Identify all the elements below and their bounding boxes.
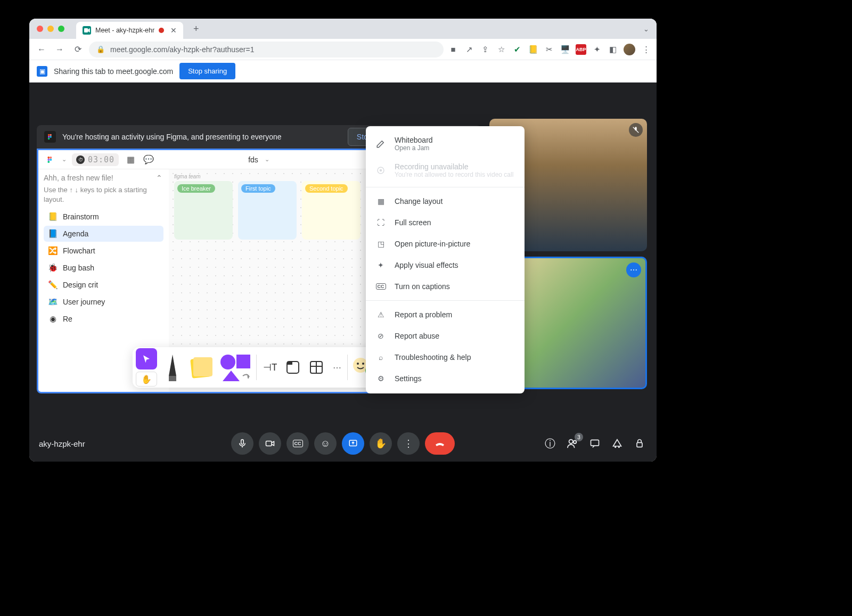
camera-icon[interactable]: ■ bbox=[448, 44, 458, 55]
extensions-row: ■ ↗ ⇪ ☆ ✔ 📒 ✂︎ 🖥️ ABP ✦ ◧ ⋮ bbox=[448, 44, 651, 55]
timer-value: 03:00 bbox=[88, 155, 114, 165]
menu-pip[interactable]: ◳Open picture-in-picture bbox=[366, 233, 525, 254]
menu-visual-effects[interactable]: ✦Apply visual effects bbox=[366, 254, 525, 276]
url-text: meet.google.com/aky-hzpk-ehr?authuser=1 bbox=[110, 45, 254, 54]
menu-report-problem[interactable]: ⚠Report a problem bbox=[366, 304, 525, 325]
template-brainstorm[interactable]: 📒Brainstorm bbox=[44, 209, 163, 225]
timer-icon: ⏱ bbox=[76, 155, 85, 164]
present-button[interactable] bbox=[342, 432, 364, 455]
open-external-icon[interactable]: ↗ bbox=[464, 44, 474, 55]
tabs-dropdown-icon[interactable]: ⌄ bbox=[643, 25, 649, 33]
shapes-tool[interactable] bbox=[217, 350, 254, 384]
bookmark-star-icon[interactable]: ☆ bbox=[496, 44, 506, 55]
extensions-puzzle-icon[interactable]: ✦ bbox=[592, 44, 602, 55]
lock-icon: 🔒 bbox=[96, 45, 105, 53]
hand-tool[interactable]: ✋ bbox=[136, 372, 157, 387]
captions-button[interactable]: CC bbox=[286, 432, 309, 455]
menu-settings[interactable]: ⚙Settings bbox=[366, 368, 525, 389]
maximize-window-icon[interactable] bbox=[58, 26, 64, 32]
activities-button[interactable] bbox=[610, 436, 625, 451]
pencil-icon: ✏️ bbox=[48, 280, 58, 290]
collapse-panel-icon[interactable]: ⌃ bbox=[156, 174, 162, 182]
new-tab-button[interactable]: + bbox=[189, 23, 203, 35]
sidepanel-icon[interactable]: ◧ bbox=[608, 44, 618, 55]
call-controls: CC ☺ ✋ ⋮ bbox=[231, 432, 455, 455]
camera-button[interactable] bbox=[259, 432, 281, 455]
meet-content: You're hosting an activity using Figma, … bbox=[29, 83, 657, 462]
meet-bottom-bar: aky-hzpk-ehr CC ☺ ✋ ⋮ ⓘ 3 bbox=[29, 425, 657, 462]
template-more[interactable]: ◉Re bbox=[44, 311, 163, 327]
browser-tab[interactable]: Meet - aky-hzpk-ehr ✕ bbox=[76, 22, 183, 39]
extension-folder-icon[interactable]: 📒 bbox=[528, 44, 538, 55]
more-options-button[interactable]: ⋮ bbox=[397, 432, 420, 455]
more-tools[interactable]: ⋯ bbox=[329, 350, 345, 384]
menu-change-layout[interactable]: ▦Change layout bbox=[366, 191, 525, 212]
svg-rect-16 bbox=[236, 355, 250, 368]
stop-sharing-button[interactable]: Stop sharing bbox=[179, 63, 235, 79]
reload-button[interactable]: ⟳ bbox=[71, 43, 85, 56]
marker-tool[interactable] bbox=[159, 350, 186, 384]
agenda-card-2[interactable]: First topic bbox=[238, 181, 297, 240]
mic-button[interactable] bbox=[231, 432, 253, 455]
fullscreen-icon: ⛶ bbox=[375, 217, 386, 228]
minimize-window-icon[interactable] bbox=[47, 26, 54, 32]
forward-button[interactable]: → bbox=[53, 43, 67, 56]
figma-menu-icon[interactable] bbox=[44, 153, 56, 166]
menu-whiteboard[interactable]: WhiteboardOpen a Jam bbox=[366, 130, 525, 157]
host-controls-button[interactable] bbox=[632, 436, 647, 451]
menu-captions[interactable]: CCTurn on captions bbox=[366, 276, 525, 297]
url-input[interactable]: 🔒 meet.google.com/aky-hzpk-ehr?authuser=… bbox=[89, 42, 444, 58]
panel-hint-title: Ahh, a fresh new file! bbox=[44, 174, 163, 182]
layout-icon[interactable]: ▦ bbox=[124, 153, 137, 166]
text-tool[interactable]: ⊣T bbox=[259, 350, 280, 384]
figma-timer[interactable]: ⏱ 03:00 bbox=[72, 153, 119, 166]
comment-icon[interactable]: 💬 bbox=[142, 153, 155, 166]
section-tool[interactable] bbox=[282, 350, 304, 384]
menu-report-abuse[interactable]: ⊘Report abuse bbox=[366, 325, 525, 347]
svg-text:⊣T: ⊣T bbox=[263, 362, 277, 373]
share-icon[interactable]: ⇪ bbox=[480, 44, 490, 55]
hangup-button[interactable] bbox=[425, 432, 455, 455]
template-agenda[interactable]: 📘Agenda bbox=[44, 226, 163, 242]
extension-monitor-icon[interactable]: 🖥️ bbox=[560, 44, 570, 55]
svg-rect-31 bbox=[266, 441, 272, 446]
agenda-card-1[interactable]: Ice breaker bbox=[174, 181, 233, 240]
select-tool[interactable] bbox=[136, 348, 157, 369]
participants-button[interactable]: 3 bbox=[565, 436, 580, 451]
agenda-card-3[interactable]: Second topic bbox=[302, 181, 361, 240]
table-tool[interactable] bbox=[306, 350, 327, 384]
close-tab-icon[interactable]: ✕ bbox=[170, 26, 177, 35]
canvas-frame-label: figma team bbox=[174, 174, 200, 179]
menu-full-screen[interactable]: ⛶Full screen bbox=[366, 212, 525, 233]
chat-button[interactable] bbox=[587, 436, 602, 451]
menu-troubleshooting[interactable]: ⌕Troubleshooting & help bbox=[366, 347, 525, 368]
chrome-menu-icon[interactable]: ⋮ bbox=[641, 44, 651, 55]
svg-point-36 bbox=[615, 446, 616, 448]
raise-hand-button[interactable]: ✋ bbox=[370, 432, 392, 455]
address-bar: ← → ⟳ 🔒 meet.google.com/aky-hzpk-ehr?aut… bbox=[29, 39, 657, 60]
extension-green-icon[interactable]: ✔ bbox=[512, 44, 522, 55]
svg-point-30 bbox=[380, 169, 382, 172]
captions-icon: CC bbox=[375, 281, 386, 292]
svg-point-10 bbox=[50, 159, 52, 161]
extension-scissors-icon[interactable]: ✂︎ bbox=[544, 44, 554, 55]
reactions-button[interactable]: ☺ bbox=[314, 432, 337, 455]
meeting-details-button[interactable]: ⓘ bbox=[543, 436, 558, 451]
template-design-crit[interactable]: ✏️Design crit bbox=[44, 277, 163, 293]
window-controls[interactable] bbox=[37, 26, 64, 32]
template-flowchart[interactable]: 🔀Flowchart bbox=[44, 243, 163, 259]
back-button[interactable]: ← bbox=[35, 43, 48, 56]
extension-abp-icon[interactable]: ABP bbox=[576, 44, 586, 55]
tile-more-icon[interactable]: ⋯ bbox=[626, 262, 641, 277]
profile-avatar-icon[interactable] bbox=[624, 44, 635, 55]
template-user-journey[interactable]: 🗺️User journey bbox=[44, 294, 163, 310]
svg-point-6 bbox=[48, 138, 50, 140]
pip-icon: ◳ bbox=[375, 239, 386, 249]
close-window-icon[interactable] bbox=[37, 26, 43, 32]
share-banner-text: Sharing this tab to meet.google.com bbox=[54, 67, 173, 76]
chevron-down-icon[interactable]: ⌄ bbox=[62, 156, 67, 163]
template-bug-bash[interactable]: 🐞Bug bash bbox=[44, 260, 163, 276]
file-title[interactable]: fds⌄ bbox=[248, 155, 269, 164]
svg-rect-1 bbox=[84, 28, 88, 32]
sticky-tool[interactable] bbox=[188, 350, 215, 384]
